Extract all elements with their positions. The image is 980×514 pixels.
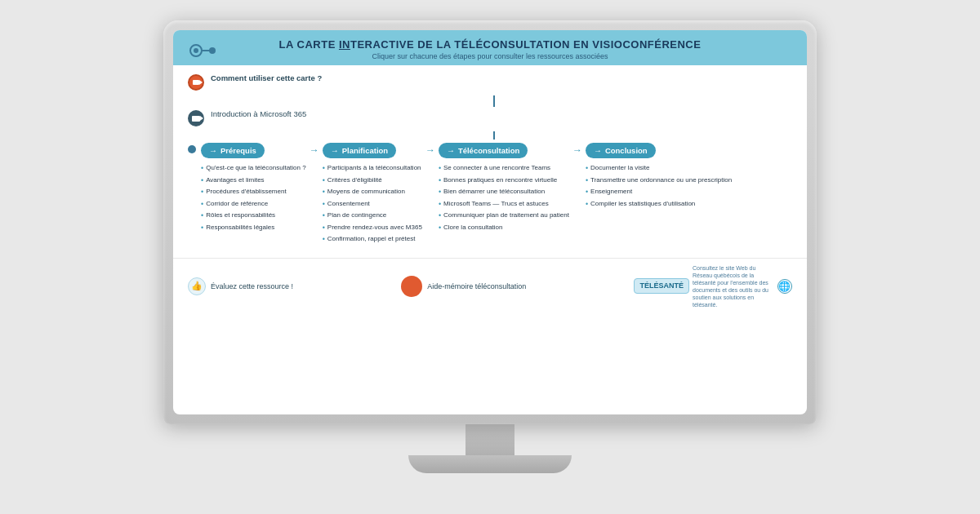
list-item: Qu'est-ce que la téléconsultation ?	[201, 163, 306, 175]
intro-text-2: Introduction à Microsoft 365	[211, 109, 306, 120]
monitor: LA CARTE INTERACTIVE DE LA TÉLÉCONSULTAT…	[155, 20, 825, 494]
list-item: Compiler les statistiques d'utilisation	[586, 199, 732, 210]
svg-point-1	[194, 48, 198, 53]
list-item: Clore la consultation	[439, 223, 569, 234]
list-item: Confirmation, rappel et prétest	[323, 234, 422, 246]
step-prerequis[interactable]: → Prérequis Qu'est-ce que la téléconsult…	[201, 143, 306, 234]
screen-header: LA CARTE INTERACTIVE DE LA TÉLÉCONSULTAT…	[173, 30, 807, 65]
list-item: Procédures d'établissement	[201, 187, 306, 198]
screen-footer: 👍 Évaluez cette ressource ! Aide-mémoire…	[173, 258, 807, 313]
step-planification-list: Participants à la téléconsultation Critè…	[323, 163, 422, 246]
connector-3: →	[569, 143, 586, 156]
monitor-stand-base	[408, 455, 572, 473]
step-prerequis-list: Qu'est-ce que la téléconsultation ? Avan…	[201, 163, 306, 234]
vert-line-1	[493, 95, 495, 107]
list-item: Transmettre une ordonnance ou une prescr…	[586, 175, 732, 187]
step-teleconsultation-header: → Téléconsultation	[439, 143, 528, 158]
monitor-stand-neck	[466, 424, 514, 455]
step-conclusion-label: → Conclusion	[586, 143, 656, 158]
flow-section: → Prérequis Qu'est-ce que la téléconsult…	[188, 143, 792, 246]
intro-dot-1	[188, 74, 204, 91]
list-item: Plan de contingence	[323, 210, 422, 222]
timeline-dot	[188, 145, 196, 153]
step-planification-label: → Planification	[323, 143, 396, 158]
telesante-logo: TÉLÉSANTÉ	[634, 278, 689, 294]
list-item: Se connecter à une rencontre Teams	[439, 163, 569, 175]
monitor-frame: LA CARTE INTERACTIVE DE LA TÉLÉCONSULTAT…	[163, 20, 817, 424]
list-item: Bonnes pratiques en rencontre virtuelle	[439, 175, 569, 187]
aide-circle-icon	[401, 276, 422, 297]
list-item: Avantages et limites	[201, 175, 306, 187]
step-prerequis-header: → Prérequis	[201, 143, 265, 158]
list-item: Consentement	[323, 199, 422, 210]
list-item: Critères d'éligibilité	[323, 175, 422, 187]
step-teleconsultation[interactable]: → Téléconsultation Se connecter à une re…	[439, 143, 569, 234]
step-prerequis-label: → Prérequis	[201, 143, 265, 158]
header-title: LA CARTE INTERACTIVE DE LA TÉLÉCONSULTAT…	[189, 38, 791, 51]
svg-point-3	[209, 47, 216, 54]
step-conclusion-list: Documenter la visite Transmettre une ord…	[586, 163, 732, 210]
flow-steps: → Prérequis Qu'est-ce que la téléconsult…	[201, 143, 792, 246]
list-item: Moyens de communication	[323, 187, 422, 198]
intro-dot-2	[188, 110, 204, 126]
list-item: Microsoft Teams — Trucs et astuces	[439, 199, 569, 210]
vert-line-2	[493, 131, 495, 140]
monitor-screen: LA CARTE INTERACTIVE DE LA TÉLÉCONSULTAT…	[173, 30, 807, 414]
step-teleconsultation-list: Se connecter à une rencontre Teams Bonne…	[439, 163, 569, 234]
connector-1: →	[306, 143, 323, 156]
thumbs-up-icon: 👍	[188, 277, 206, 295]
intro-item-2[interactable]: Introduction à Microsoft 365	[188, 109, 792, 126]
list-item: Bien démarrer une téléconsultation	[439, 187, 569, 198]
list-item: Rôles et responsabilités	[201, 210, 306, 222]
list-item: Responsabilités légales	[201, 223, 306, 234]
footer-logo: TÉLÉSANTÉ Consultez le site Web du Résea…	[634, 264, 792, 309]
step-conclusion[interactable]: → Conclusion Documenter la visite Transm…	[586, 143, 732, 210]
globe-icon[interactable]: 🌐	[777, 279, 792, 294]
step-conclusion-header: → Conclusion	[586, 143, 656, 158]
list-item: Participants à la téléconsultation	[323, 163, 422, 175]
intro-text-1: Comment utiliser cette carte ?	[211, 73, 322, 84]
footer-aide[interactable]: Aide-mémoire téléconsultation	[401, 276, 526, 297]
list-item: Corridor de référence	[201, 199, 306, 210]
telesante-desc: Consultez le site Web du Réseau québécoi…	[693, 264, 774, 309]
list-item: Communiquer plan de traitement au patien…	[439, 210, 569, 222]
header-subtitle: Cliquer sur chacune des étapes pour cons…	[189, 52, 791, 60]
telesante-name: TÉLÉSANTÉ	[639, 281, 684, 290]
step-teleconsultation-label: → Téléconsultation	[439, 143, 528, 158]
screen-body: Comment utiliser cette carte ? Introduct…	[173, 65, 807, 255]
connector-2: →	[422, 143, 439, 156]
list-item: Documenter la visite	[586, 163, 732, 175]
rate-label: Évaluez cette ressource !	[211, 282, 293, 290]
aide-label: Aide-mémoire téléconsultation	[427, 282, 526, 290]
list-item: Enseignement	[586, 187, 732, 198]
intro-item-1[interactable]: Comment utiliser cette carte ?	[188, 73, 792, 91]
header-decoration-icon	[188, 36, 212, 60]
footer-rate[interactable]: 👍 Évaluez cette ressource !	[188, 277, 293, 295]
step-planification-header: → Planification	[323, 143, 396, 158]
list-item: Prendre rendez-vous avec M365	[323, 223, 422, 234]
step-planification[interactable]: → Planification Participants à la téléco…	[323, 143, 422, 246]
